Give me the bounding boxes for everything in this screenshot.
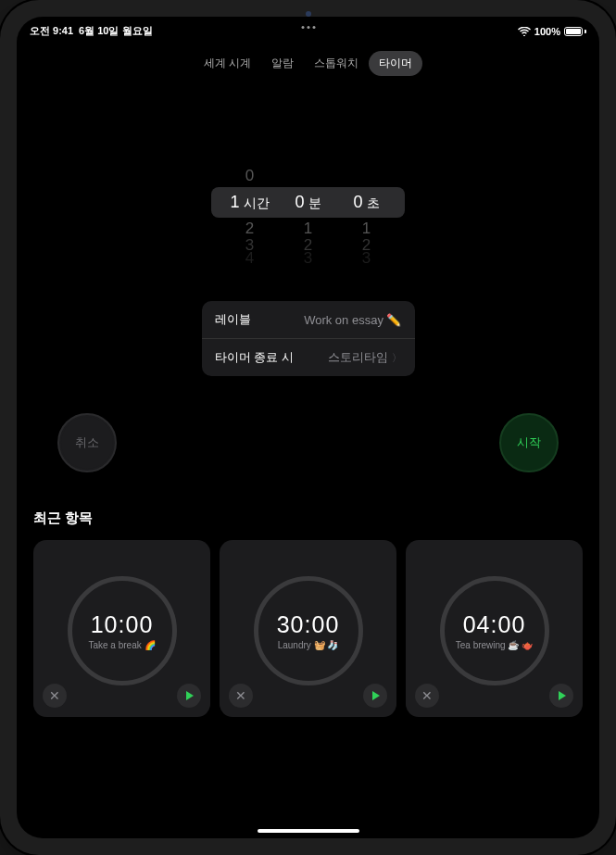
start-button[interactable]: 시작 <box>499 413 559 472</box>
close-icon: ✕ <box>49 688 60 703</box>
recents-heading: 최근 항목 <box>33 509 583 527</box>
recent-timer-card[interactable]: 04:00 Tea brewing ☕️ 🫖 ✕ <box>406 540 583 717</box>
recent-label: Laundry 🧺 🧦 <box>270 640 346 650</box>
play-button[interactable] <box>177 684 201 708</box>
picker-hour-ghost: 0 <box>224 167 275 185</box>
close-icon: ✕ <box>235 688 246 703</box>
home-indicator[interactable] <box>258 829 359 833</box>
end-key: 타이머 종료 시 <box>215 349 294 366</box>
tab-alarm[interactable]: 알람 <box>261 51 304 76</box>
multitask-dots-icon[interactable] <box>301 26 315 29</box>
picker-second-unit: 초 <box>367 195 380 212</box>
timer-settings-list: 레이블 Work on essay ✏️ 타이머 종료 시 스토리타임 〉 <box>202 301 415 376</box>
close-icon: ✕ <box>421 688 433 703</box>
chevron-right-icon: 〉 <box>392 351 402 365</box>
recent-label: Take a break 🌈 <box>81 640 162 650</box>
cancel-button[interactable]: 취소 <box>57 413 117 472</box>
picker-second-value: 0 <box>353 193 362 212</box>
recents-grid: 10:00 Take a break 🌈 ✕ 30:00 <box>33 540 583 717</box>
play-icon <box>372 691 380 700</box>
recent-time: 30:00 <box>277 611 340 638</box>
picker-minute-unit: 분 <box>308 195 321 212</box>
duration-picker[interactable]: 0 1 시간 0 분 0 초 2 1 <box>17 187 599 218</box>
delete-button[interactable]: ✕ <box>43 684 67 708</box>
tab-stopwatch[interactable]: 스톱워치 <box>304 51 369 76</box>
end-value: 스토리타임 <box>328 349 388 366</box>
recent-timer-card[interactable]: 10:00 Take a break 🌈 ✕ <box>33 540 210 717</box>
label-value: Work on essay ✏️ <box>304 313 401 327</box>
recent-timer-card[interactable]: 30:00 Laundry 🧺 🧦 ✕ <box>220 540 396 717</box>
recent-time: 04:00 <box>463 611 526 638</box>
tab-world-clock[interactable]: 세계 시계 <box>194 51 261 76</box>
battery-pct: 100% <box>534 26 560 37</box>
battery-icon <box>564 27 586 36</box>
picker-hour-value: 1 <box>230 193 239 212</box>
timer-dial: 10:00 Take a break 🌈 <box>68 576 177 685</box>
status-date: 6월 10일 월요일 <box>79 24 152 38</box>
timer-dial: 04:00 Tea brewing ☕️ 🫖 <box>440 576 549 685</box>
recent-label: Tea brewing ☕️ 🫖 <box>448 640 540 650</box>
label-row[interactable]: 레이블 Work on essay ✏️ <box>202 301 415 338</box>
play-icon <box>186 691 194 700</box>
play-icon <box>559 691 566 700</box>
picker-hour-column[interactable]: 1 시간 <box>224 193 275 212</box>
status-time: 오전 9:41 <box>30 24 73 38</box>
segmented-control: 세계 시계 알람 스톱워치 타이머 <box>17 51 599 76</box>
timer-dial: 30:00 Laundry 🧺 🧦 <box>254 576 363 685</box>
picker-minute-column[interactable]: 0 분 <box>283 193 333 212</box>
delete-button[interactable]: ✕ <box>415 684 439 708</box>
label-key: 레이블 <box>215 311 251 328</box>
picker-minute-value: 0 <box>295 193 304 212</box>
play-button[interactable] <box>363 684 387 708</box>
tab-timer[interactable]: 타이머 <box>369 51 422 76</box>
delete-button[interactable]: ✕ <box>229 684 253 708</box>
status-bar: 오전 9:41 6월 10일 월요일 100% <box>17 17 599 38</box>
play-button[interactable] <box>549 684 573 708</box>
picker-second-column[interactable]: 0 초 <box>341 193 392 212</box>
picker-hour-unit: 시간 <box>244 195 270 212</box>
recent-time: 10:00 <box>91 611 154 638</box>
when-timer-ends-row[interactable]: 타이머 종료 시 스토리타임 〉 <box>202 338 415 376</box>
wifi-icon <box>518 27 531 36</box>
